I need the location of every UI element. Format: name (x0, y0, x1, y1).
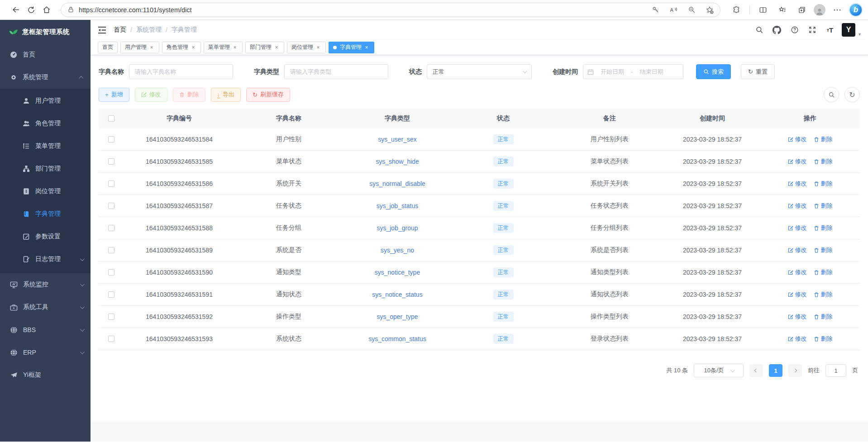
row-delete-link[interactable]: 删除 (814, 202, 833, 210)
close-tab-icon[interactable]: × (315, 44, 321, 51)
header-search-icon[interactable] (754, 24, 765, 36)
more-icon[interactable]: ⋯ (830, 2, 845, 18)
edit-button[interactable]: 修改 (135, 88, 167, 102)
sidebar-item-parameters[interactable]: 参数设置 (0, 225, 91, 248)
password-key-icon[interactable] (648, 2, 663, 18)
favorite-star-add-icon[interactable] (702, 2, 717, 18)
dict-type-link[interactable]: sys_normal_disable (369, 180, 425, 187)
goto-page-input[interactable] (825, 364, 846, 377)
font-size-icon[interactable]: тT (824, 24, 836, 36)
tab-post-mgmt[interactable]: 岗位管理× (287, 42, 326, 53)
sidebar-item-tools[interactable]: 系统工具 (0, 296, 91, 318)
close-tab-icon[interactable]: × (148, 44, 155, 51)
row-delete-link[interactable]: 删除 (814, 180, 833, 188)
sidebar-item-menus[interactable]: 菜单管理 (0, 135, 91, 157)
sidebar-item-departments[interactable]: 部门管理 (0, 157, 91, 180)
sidebar-item-system[interactable]: 系统管理 (0, 66, 91, 89)
refresh-cache-button[interactable]: ↻ 刷新缓存 (246, 88, 290, 102)
close-tab-icon[interactable]: × (273, 44, 280, 51)
export-button[interactable]: ↓ 导出 (211, 88, 241, 102)
dict-type-link[interactable]: sys_user_sex (378, 136, 417, 143)
tab-menu-mgmt[interactable]: 菜单管理× (204, 42, 243, 53)
fullscreen-icon[interactable] (806, 24, 818, 36)
reset-button[interactable]: ↻ 重置 (741, 64, 775, 79)
sidebar-item-erp[interactable]: ERP (0, 341, 91, 364)
address-bar[interactable]: https://ccnetcore.com:1101/system/dict A (61, 3, 720, 17)
row-checkbox[interactable] (108, 158, 114, 165)
refresh-table-button[interactable]: ↻ (844, 87, 860, 102)
close-tab-icon[interactable]: × (232, 44, 238, 51)
copilot-bing-icon[interactable]: b (849, 3, 863, 17)
next-page-button[interactable] (788, 364, 802, 377)
dict-type-link[interactable]: sys_oper_type (377, 313, 418, 320)
row-edit-link[interactable]: 修改 (788, 224, 807, 232)
browser-home-icon[interactable] (39, 2, 54, 18)
row-delete-link[interactable]: 删除 (814, 290, 833, 299)
browser-refresh-icon[interactable] (24, 2, 39, 18)
row-checkbox[interactable] (108, 136, 114, 143)
sidebar-item-monitor[interactable]: 系统监控 (0, 273, 91, 296)
row-edit-link[interactable]: 修改 (788, 135, 807, 143)
dict-type-link[interactable]: sys_common_status (368, 335, 426, 342)
github-icon[interactable] (771, 24, 783, 36)
row-edit-link[interactable]: 修改 (788, 202, 807, 210)
sidebar-item-dictionary[interactable]: 字典管理 (0, 203, 91, 225)
add-button[interactable]: + 新增 (99, 88, 129, 102)
sidebar-item-logs[interactable]: 日志管理 (0, 248, 91, 271)
collections-icon[interactable] (794, 2, 810, 18)
url-text[interactable]: https://ccnetcore.com:1101/system/dict (79, 6, 648, 14)
browser-back-icon[interactable] (8, 2, 24, 18)
row-delete-link[interactable]: 删除 (814, 224, 833, 232)
favorites-icon[interactable] (775, 2, 790, 18)
date-range-picker[interactable]: - (583, 64, 683, 79)
tab-user-mgmt[interactable]: 用户管理× (120, 42, 159, 53)
dict-type-link[interactable]: sys_show_hide (376, 158, 419, 165)
row-checkbox[interactable] (108, 181, 114, 187)
row-delete-link[interactable]: 删除 (814, 335, 833, 343)
sidebar-item-home[interactable]: 首页 (0, 43, 91, 66)
profile-avatar[interactable] (814, 4, 825, 16)
row-edit-link[interactable]: 修改 (788, 313, 807, 321)
dict-name-input[interactable] (129, 64, 233, 79)
status-select[interactable]: 正常 (427, 64, 532, 79)
tab-dept-mgmt[interactable]: 部门管理× (245, 42, 284, 53)
read-aloud-icon[interactable]: A (666, 2, 681, 18)
sidebar-item-users[interactable]: 用户管理 (0, 90, 91, 112)
row-edit-link[interactable]: 修改 (788, 157, 807, 166)
row-checkbox[interactable] (108, 203, 114, 209)
page-size-select[interactable]: 10条/页 (694, 364, 744, 377)
help-icon[interactable] (789, 24, 801, 36)
row-edit-link[interactable]: 修改 (788, 180, 807, 188)
breadcrumb-home[interactable]: 首页 (114, 26, 126, 34)
dict-type-link[interactable]: sys_notice_type (375, 269, 420, 276)
row-checkbox[interactable] (108, 225, 114, 231)
dict-type-link[interactable]: sys_notice_status (372, 291, 422, 298)
select-all-checkbox[interactable] (108, 115, 114, 122)
row-edit-link[interactable]: 修改 (788, 268, 807, 276)
sidebar-item-roles[interactable]: 角色管理 (0, 112, 91, 135)
prev-page-button[interactable] (749, 364, 763, 377)
lock-icon[interactable] (67, 6, 74, 13)
row-edit-link[interactable]: 修改 (788, 246, 807, 254)
dict-type-link[interactable]: sys_yes_no (381, 247, 414, 254)
sidebar-item-posts[interactable]: 岗位管理 (0, 180, 91, 203)
row-edit-link[interactable]: 修改 (788, 335, 807, 343)
close-tab-icon[interactable]: × (363, 44, 370, 51)
close-tab-icon[interactable]: × (190, 44, 196, 51)
delete-button[interactable]: 删除 (173, 88, 205, 102)
row-checkbox[interactable] (108, 314, 114, 320)
row-delete-link[interactable]: 删除 (814, 313, 833, 321)
breadcrumb-system[interactable]: 系统管理 (136, 26, 162, 34)
row-delete-link[interactable]: 删除 (814, 246, 833, 254)
row-checkbox[interactable] (108, 269, 114, 276)
row-delete-link[interactable]: 删除 (814, 135, 833, 143)
tab-home[interactable]: 首页 (98, 42, 118, 53)
search-button[interactable]: 搜索 (696, 64, 731, 79)
tab-role-mgmt[interactable]: 角色管理× (162, 42, 201, 53)
sidebar-collapse-icon[interactable] (98, 26, 106, 34)
extensions-icon[interactable] (729, 2, 744, 18)
dict-type-input[interactable] (284, 64, 388, 79)
row-delete-link[interactable]: 删除 (814, 157, 833, 166)
row-edit-link[interactable]: 修改 (788, 290, 807, 299)
dict-type-link[interactable]: sys_job_group (377, 224, 418, 232)
